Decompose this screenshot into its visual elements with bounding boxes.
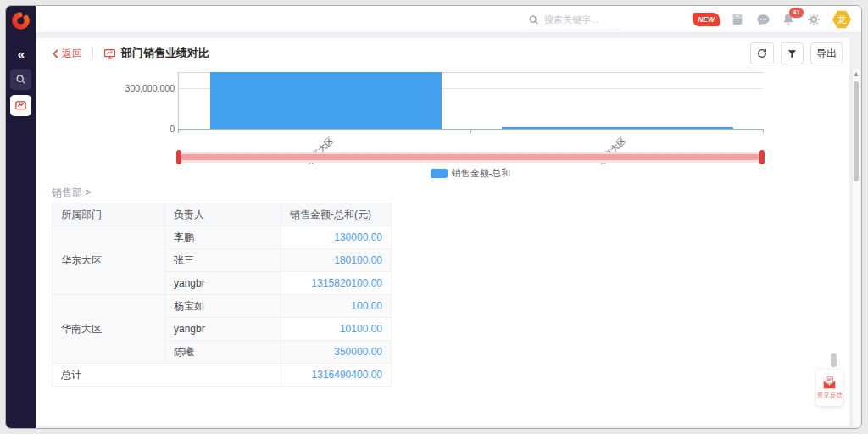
amount-cell[interactable]: 1315820100.00 [281, 272, 392, 295]
page-scrollbar[interactable] [852, 69, 860, 426]
owner-cell: 张三 [165, 249, 281, 272]
search-input[interactable] [544, 14, 612, 25]
sidebar-collapse-icon[interactable]: « [6, 47, 36, 61]
bar-chart: 300,000,000 0 华东大区 华南大区 销售金额-总和 [36, 69, 849, 183]
header-divider [92, 47, 93, 59]
y-axis-tick-label: 300,000,000 [98, 83, 175, 93]
owner-cell: 李鹏 [165, 226, 281, 249]
owner-cell: yangbr [165, 318, 281, 341]
journal-icon[interactable] [731, 13, 745, 27]
report-icon [103, 47, 116, 60]
back-button[interactable]: 返回 [52, 47, 82, 61]
col-header-owner: 负责人 [165, 203, 281, 226]
amount-cell[interactable]: 180100.00 [281, 249, 392, 272]
feedback-envelope-icon [822, 376, 837, 389]
drill-breadcrumb[interactable]: 销售部 > [52, 186, 91, 200]
new-badge[interactable]: NEW [693, 13, 720, 26]
total-amount-cell[interactable]: 1316490400.00 [281, 364, 392, 387]
global-search[interactable] [528, 10, 621, 30]
amount-cell[interactable]: 350000.00 [281, 341, 392, 364]
x-axis-tick [763, 130, 764, 133]
total-label-cell: 总计 [53, 364, 281, 387]
message-icon[interactable] [756, 13, 771, 27]
app-window: « NEW [5, 5, 862, 429]
table-row: 华南大区 杨宝如 100.00 [53, 295, 392, 318]
sidebar-item-dashboard[interactable] [10, 95, 31, 116]
department-cell: 华南大区 [53, 295, 165, 364]
owner-cell: 杨宝如 [165, 295, 281, 318]
legend-item[interactable]: 销售金额-总和 [178, 167, 763, 180]
owner-cell: yangbr [165, 272, 281, 295]
datazoom-selected-range[interactable] [181, 154, 760, 160]
refresh-button[interactable] [750, 42, 774, 64]
scrollbar-up-arrow-icon[interactable] [854, 72, 859, 76]
app-logo-icon[interactable] [11, 11, 31, 31]
amount-cell[interactable]: 10100.00 [281, 318, 392, 341]
datazoom-slider[interactable] [178, 152, 763, 163]
table-header-row: 所属部门 负责人 销售金额-总和(元) [53, 203, 392, 226]
scrollbar-thumb[interactable] [854, 81, 859, 181]
datazoom-right-handle[interactable] [760, 150, 765, 164]
refresh-icon [756, 47, 768, 59]
feedback-label: 意见反馈 [816, 391, 842, 399]
col-header-amount: 销售金额-总和(元) [281, 203, 392, 226]
amount-cell[interactable]: 100.00 [281, 295, 392, 318]
user-avatar[interactable]: 龙 [832, 10, 851, 29]
x-axis-tick [178, 130, 179, 133]
report-card: 返回 部门销售业绩对比 [36, 38, 849, 426]
page-title: 部门销售业绩对比 [121, 46, 209, 61]
notification-count-badge: 41 [789, 8, 804, 18]
x-axis-tick [470, 130, 471, 133]
table-total-row: 总计 1316490400.00 [53, 364, 392, 387]
notification-bell-icon[interactable]: 41 [782, 13, 796, 27]
filter-funnel-icon [787, 48, 798, 59]
amount-cell[interactable]: 130000.00 [281, 226, 392, 249]
filter-button[interactable] [781, 42, 804, 64]
bar-huadong [210, 72, 442, 129]
y-axis-line [178, 72, 179, 129]
search-icon [528, 14, 539, 25]
owner-cell: 陈曦 [165, 341, 281, 364]
sales-table: 所属部门 负责人 销售金额-总和(元) 华东大区 李鹏 130000.00 张三… [52, 203, 392, 387]
chevron-left-icon [52, 49, 59, 58]
export-button[interactable]: 导出 [810, 42, 843, 64]
report-header: 返回 部门销售业绩对比 [36, 38, 849, 69]
breadcrumb-label: 销售部 [52, 186, 82, 198]
legend-label: 销售金额-总和 [452, 167, 511, 180]
table-row: 华东大区 李鹏 130000.00 [53, 226, 392, 249]
sidebar: « [6, 6, 36, 428]
legend-swatch [431, 169, 448, 178]
datazoom-left-handle[interactable] [176, 150, 181, 164]
back-label: 返回 [62, 47, 82, 61]
dashboard-icon [14, 99, 27, 112]
col-header-department: 所属部门 [53, 203, 165, 226]
y-axis-tick-label: 0 [98, 124, 175, 134]
settings-gear-icon[interactable] [807, 13, 821, 27]
feedback-button[interactable]: 意见反馈 [816, 370, 843, 406]
inner-scrollbar-thumb[interactable] [831, 353, 837, 367]
sidebar-search-icon[interactable] [10, 69, 31, 90]
department-cell: 华东大区 [53, 226, 165, 295]
breadcrumb-arrow-icon: > [85, 186, 91, 198]
topbar: NEW 41 [36, 6, 861, 33]
